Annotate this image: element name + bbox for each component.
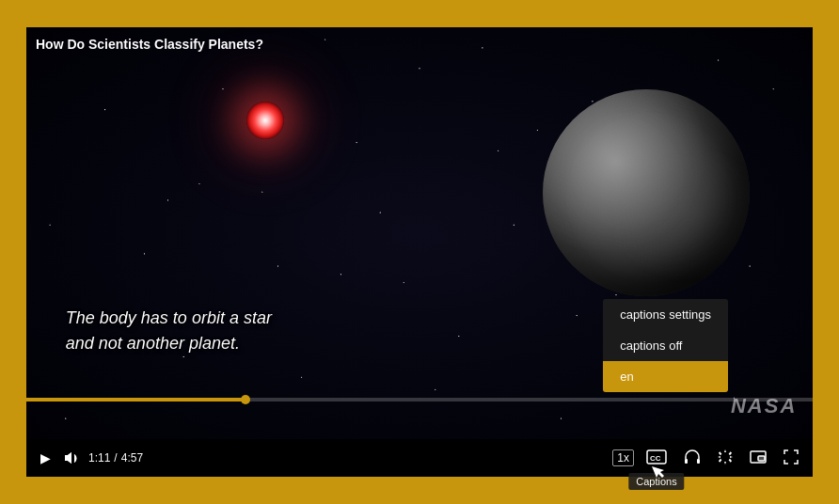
audio-track-button[interactable] bbox=[679, 448, 705, 469]
captions-popup: captions settings captions off en bbox=[603, 299, 728, 392]
subtitle-line2: and not another planet. bbox=[66, 331, 272, 356]
captions-off-item[interactable]: captions off bbox=[603, 330, 728, 361]
video-title: How Do Scientists Classify Planets? bbox=[36, 37, 263, 52]
volume-icon bbox=[64, 451, 79, 465]
captions-en-item[interactable]: en bbox=[603, 361, 728, 392]
outer-border: How Do Scientists Classify Planets? The … bbox=[16, 17, 823, 487]
svg-text:CC: CC bbox=[650, 454, 661, 463]
fullscreen-button[interactable] bbox=[779, 448, 803, 469]
subtitle-line1: The body has to orbit a star bbox=[66, 306, 272, 331]
settings-button[interactable] bbox=[713, 448, 737, 469]
captions-settings-item[interactable]: captions settings bbox=[603, 299, 728, 330]
svg-point-4 bbox=[723, 454, 728, 459]
svg-rect-6 bbox=[758, 456, 765, 461]
red-star-element bbox=[246, 102, 284, 139]
video-subtitle: The body has to orbit a star and not ano… bbox=[66, 306, 272, 356]
current-time: 1:11 bbox=[88, 451, 110, 465]
cursor-icon bbox=[651, 465, 664, 482]
fullscreen-icon bbox=[784, 449, 799, 465]
time-display: 1:11 / 4:57 bbox=[88, 451, 143, 465]
progress-bar-fill bbox=[26, 398, 246, 402]
video-area: How Do Scientists Classify Planets? The … bbox=[26, 27, 813, 439]
headphones-icon bbox=[684, 449, 701, 465]
pip-icon bbox=[750, 450, 767, 464]
play-button[interactable]: ▶ bbox=[36, 450, 55, 465]
pip-button[interactable] bbox=[745, 449, 771, 468]
svg-rect-3 bbox=[697, 459, 700, 464]
controls-bar: ▶ 1:11 / 4:57 1x bbox=[26, 439, 813, 477]
gear-icon bbox=[718, 449, 733, 465]
cursor-indicator bbox=[651, 465, 662, 477]
speed-button[interactable]: 1x bbox=[612, 449, 634, 466]
total-time: 4:57 bbox=[121, 451, 143, 465]
captions-button-area: CC Captions bbox=[641, 448, 672, 469]
volume-button[interactable] bbox=[62, 451, 81, 465]
captions-icon: CC bbox=[646, 449, 667, 465]
svg-rect-2 bbox=[685, 459, 688, 464]
progress-bar-container[interactable] bbox=[26, 398, 813, 402]
time-separator: / bbox=[114, 451, 117, 465]
planet-element bbox=[543, 89, 750, 296]
video-container: How Do Scientists Classify Planets? The … bbox=[24, 24, 815, 480]
